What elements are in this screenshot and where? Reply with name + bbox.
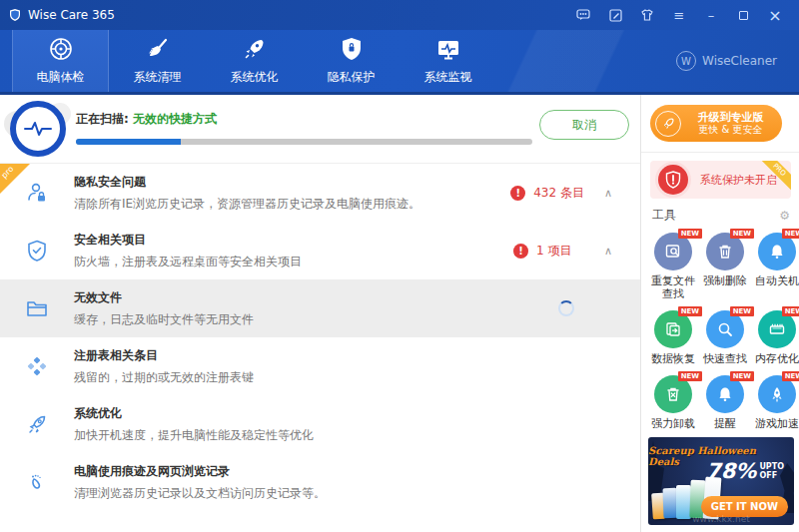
tool-memory-optimizer[interactable]: NEW 内存优化 [751, 302, 799, 365]
chevron-up-icon[interactable]: ∧ [604, 245, 612, 258]
scan-status-bar: 正在扫描: 无效的快捷方式 取消 [0, 95, 640, 163]
trash-icon [716, 243, 734, 261]
checkup-row-useless-files[interactable]: 无效文件 缓存，日志及临时文件等无用文件 [0, 279, 640, 337]
tool-label: 强力卸载 [647, 417, 699, 430]
tool-duplicate-finder[interactable]: NEW 重复文件查找 [647, 225, 699, 300]
tab-label: 系统优化 [231, 69, 279, 86]
tool-label: 重复文件查找 [647, 274, 699, 300]
tool-game-booster[interactable]: NEW 游戏加速 [751, 367, 799, 430]
titlebar: Wise Care 365 ≡ – × [0, 0, 799, 30]
wise-care-365-window: Wise Care 365 ≡ – × 电脑体检 [0, 0, 799, 532]
tab-system-cleaner[interactable]: 系统清理 [109, 30, 206, 92]
tools-header: 工具 ⚙ [652, 207, 790, 224]
close-button[interactable]: × [761, 3, 789, 27]
tool-force-uninstaller[interactable]: NEW 强力卸载 [647, 367, 699, 430]
magnifier-icon [716, 320, 734, 338]
pro-ribbon: pro [0, 164, 30, 194]
minimize-button[interactable]: – [697, 3, 725, 27]
tool-quick-search[interactable]: NEW 快速查找 [699, 302, 751, 365]
wisecleaner-logo-icon: W [676, 51, 696, 71]
maximize-button[interactable] [729, 3, 757, 27]
footprint-icon [24, 469, 50, 495]
tab-label: 系统清理 [134, 69, 182, 86]
halloween-promo-banner[interactable]: Scareup Halloween Deals 78% UPTOOFF GET … [648, 437, 794, 525]
tools-title: 工具 [652, 207, 676, 224]
tool-reminder[interactable]: NEW 提醒 [699, 367, 751, 430]
upgrade-title: 升级到专业版 [687, 111, 774, 124]
app-shield-logo-icon [8, 8, 22, 22]
pulse-scan-icon [10, 101, 66, 157]
item-desc: 残留的，过期的或无效的注册表键 [74, 369, 640, 386]
scanning-spinner-icon [558, 300, 574, 316]
tab-label: 系统监视 [424, 69, 472, 86]
new-badge: NEW [782, 371, 799, 381]
scan-status-text: 正在扫描: 无效的快捷方式 [76, 111, 217, 128]
chevron-up-icon[interactable]: ∧ [604, 187, 612, 200]
menu-icon[interactable]: ≡ [665, 3, 693, 27]
monitor-pulse-icon [435, 36, 461, 62]
tool-label: 游戏加速 [751, 417, 799, 430]
tab-label: 电脑体检 [37, 69, 85, 86]
tool-label: 数据恢复 [647, 352, 699, 365]
upgrade-rocket-icon [655, 111, 681, 137]
checkup-main-panel: 正在扫描: 无效的快捷方式 取消 pro 隐私安全问题 清除所有IE浏览历史记录… [0, 95, 640, 532]
tool-label: 内存优化 [751, 352, 799, 365]
item-title: 系统优化 [74, 405, 640, 422]
edit-notes-icon[interactable] [601, 3, 629, 27]
cancel-button[interactable]: 取消 [539, 110, 629, 140]
item-desc: 防火墙，注册表及远程桌面等安全相关项目 [74, 254, 513, 270]
checkup-row-security-items[interactable]: 安全相关项目 防火墙，注册表及远程桌面等安全相关项目 ! 1 项目 ∧ [0, 222, 640, 279]
checkup-row-traces-history[interactable]: 电脑使用痕迹及网页浏览记录 清理浏览器历史记录以及文档访问历史记录等。 [0, 453, 640, 511]
ram-chip-icon [768, 320, 786, 338]
folder-icon [24, 295, 50, 321]
scan-target-text: 无效的快捷方式 [133, 112, 217, 126]
protection-shield-icon [658, 165, 688, 195]
bell-icon [716, 385, 734, 403]
checkup-row-system-tuneup[interactable]: 系统优化 加快开机速度，提升电脑性能及稳定性等优化 [0, 395, 640, 453]
registry-diamonds-icon [24, 353, 50, 379]
data-recovery-icon [664, 320, 682, 338]
issue-count: 432 条目 [533, 185, 584, 202]
item-title: 无效文件 [74, 289, 558, 306]
tool-force-delete[interactable]: NEW 强制删除 [699, 225, 751, 300]
item-desc: 清理浏览器历史记录以及文档访问历史记录等。 [74, 485, 640, 502]
system-protection-banner[interactable]: 系统保护未开启 PRO [650, 161, 791, 199]
gear-icon[interactable]: ⚙ [779, 209, 790, 223]
broom-icon [145, 36, 171, 62]
trash-x-icon [664, 385, 682, 403]
tool-data-recovery[interactable]: NEW 数据恢复 [647, 302, 699, 365]
feedback-icon[interactable] [569, 3, 597, 27]
tool-label: 提醒 [699, 417, 751, 430]
sidebar-divider [641, 152, 799, 153]
item-title: 注册表相关条目 [74, 347, 640, 364]
warning-icon: ! [513, 244, 528, 259]
theme-skin-icon[interactable] [633, 3, 661, 27]
tool-label: 强制删除 [699, 274, 751, 287]
upgrade-to-pro-button[interactable]: 升级到专业版 更快 & 更安全 [650, 105, 782, 142]
checkup-row-registry-entries[interactable]: 注册表相关条目 残留的，过期的或无效的注册表键 [0, 337, 640, 395]
game-rocket-icon [768, 385, 786, 403]
main-nav: 电脑体检 系统清理 系统优化 隐私保护 [0, 30, 799, 95]
tool-auto-shutdown[interactable]: NEW 自动关机 [751, 225, 799, 300]
checkup-row-privacy-issues[interactable]: 隐私安全问题 清除所有IE浏览历史记录，资源管理器历史记录及电脑使用痕迹。 ! … [0, 164, 640, 222]
tab-pc-checkup[interactable]: 电脑体检 [12, 30, 109, 92]
item-title: 隐私安全问题 [74, 174, 510, 191]
checkup-list: pro 隐私安全问题 清除所有IE浏览历史记录，资源管理器历史记录及电脑使用痕迹… [0, 163, 640, 511]
issue-count: 1 项目 [536, 243, 584, 260]
warning-icon: ! [510, 186, 525, 201]
item-desc: 清除所有IE浏览历史记录，资源管理器历史记录及电脑使用痕迹。 [74, 196, 510, 213]
scan-progress-fill [76, 139, 181, 145]
rocket-outline-icon [24, 411, 50, 437]
tab-system-monitor[interactable]: 系统监视 [400, 30, 496, 92]
tab-system-tuneup[interactable]: 系统优化 [206, 30, 303, 92]
item-title: 安全相关项目 [74, 232, 513, 249]
shield-check-icon [24, 238, 50, 264]
wisecleaner-brand: W WiseCleaner [676, 30, 777, 92]
protection-status-text: 系统保护未开启 [700, 173, 777, 188]
duplicate-file-search-icon [664, 243, 682, 261]
tool-label: 快速查找 [699, 352, 751, 365]
tab-privacy-protector[interactable]: 隐私保护 [303, 30, 400, 92]
item-desc: 缓存，日志及临时文件等无用文件 [74, 311, 558, 328]
scan-progress-bar [76, 139, 532, 145]
alarm-bell-icon [768, 243, 786, 261]
